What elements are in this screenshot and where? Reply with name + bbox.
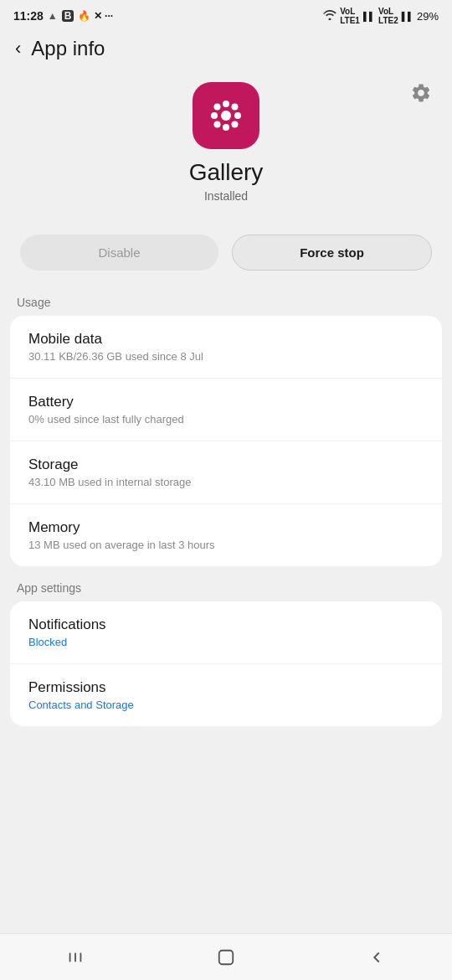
app-settings-section-label: App settings [0, 573, 452, 601]
wifi-icon [323, 9, 336, 23]
app-settings-card: Notifications Blocked Permissions Contac… [10, 601, 442, 726]
force-stop-button[interactable]: Force stop [232, 235, 432, 271]
storage-subtitle: 43.10 MB used in internal storage [28, 476, 424, 488]
time-display: 11:28 [13, 9, 44, 23]
status-b-icon: B [62, 10, 74, 22]
app-name: Gallery [189, 159, 264, 186]
svg-point-4 [234, 112, 241, 119]
memory-subtitle: 13 MB used on average in last 3 hours [28, 539, 424, 551]
mobile-data-title: Mobile data [28, 331, 424, 348]
notifications-title: Notifications [28, 616, 424, 633]
svg-point-8 [214, 121, 221, 128]
disable-button[interactable]: Disable [20, 235, 218, 271]
permissions-title: Permissions [28, 679, 424, 696]
gear-icon[interactable] [410, 82, 432, 109]
bottom-navigation [0, 933, 452, 980]
usage-section-label: Usage [0, 287, 452, 316]
action-buttons: Disable Force stop [0, 235, 452, 287]
page-title: App info [31, 37, 105, 60]
svg-point-3 [211, 112, 218, 119]
status-bar: 11:28 ▲ B 🔥 ✕ ··· VoLLTE1 ▌▌ VoLLTE2 ▌▌ … [0, 0, 452, 28]
app-info-header: ‹ App info [0, 28, 452, 74]
svg-point-6 [232, 121, 239, 128]
battery-subtitle: 0% used since last fully charged [28, 413, 424, 426]
svg-rect-11 [80, 952, 82, 962]
battery-display: 29% [417, 10, 439, 23]
memory-title: Memory [28, 519, 424, 536]
usage-card: Mobile data 30.11 KB/26.36 GB used since… [10, 316, 442, 566]
notifications-subtitle: Blocked [28, 636, 424, 648]
svg-point-7 [232, 104, 239, 111]
storage-item[interactable]: Storage 43.10 MB used in internal storag… [10, 441, 442, 504]
battery-item[interactable]: Battery 0% used since last fully charged [10, 379, 442, 441]
nav-home-button[interactable] [201, 941, 251, 974]
svg-point-5 [214, 104, 221, 111]
app-icon-area: Gallery Installed [0, 74, 452, 235]
nav-back-button[interactable] [352, 941, 402, 974]
app-icon [193, 82, 259, 149]
svg-point-0 [221, 111, 231, 121]
lte2-icon: VoLLTE2 [378, 7, 398, 25]
svg-point-1 [223, 101, 229, 107]
svg-rect-9 [69, 952, 71, 962]
battery-title: Battery [28, 394, 424, 410]
memory-item[interactable]: Memory 13 MB used on average in last 3 h… [10, 504, 442, 566]
status-misc-icon: 🔥 ✕ ··· [78, 10, 113, 22]
permissions-subtitle: Contacts and Storage [28, 699, 424, 711]
storage-title: Storage [28, 456, 424, 473]
svg-point-2 [223, 124, 229, 131]
notifications-item[interactable]: Notifications Blocked [10, 601, 442, 664]
svg-rect-12 [219, 950, 234, 964]
mobile-data-subtitle: 30.11 KB/26.36 GB used since 8 Jul [28, 350, 424, 363]
signal2-icon: ▌▌ [402, 12, 413, 21]
signal-icon: ▌▌ [363, 12, 375, 21]
app-install-status: Installed [204, 189, 248, 203]
mobile-data-item[interactable]: Mobile data 30.11 KB/26.36 GB used since… [10, 316, 442, 379]
back-button[interactable]: ‹ [15, 38, 21, 59]
status-alert-icon: ▲ [48, 10, 58, 22]
lte-icon: VoLLTE1 [340, 7, 360, 25]
permissions-item[interactable]: Permissions Contacts and Storage [10, 664, 442, 726]
status-right-icons: VoLLTE1 ▌▌ VoLLTE2 ▌▌ 29% [323, 7, 439, 25]
status-time: 11:28 ▲ B 🔥 ✕ ··· [13, 9, 113, 23]
svg-rect-10 [74, 952, 76, 962]
nav-menu-button[interactable] [50, 941, 100, 974]
